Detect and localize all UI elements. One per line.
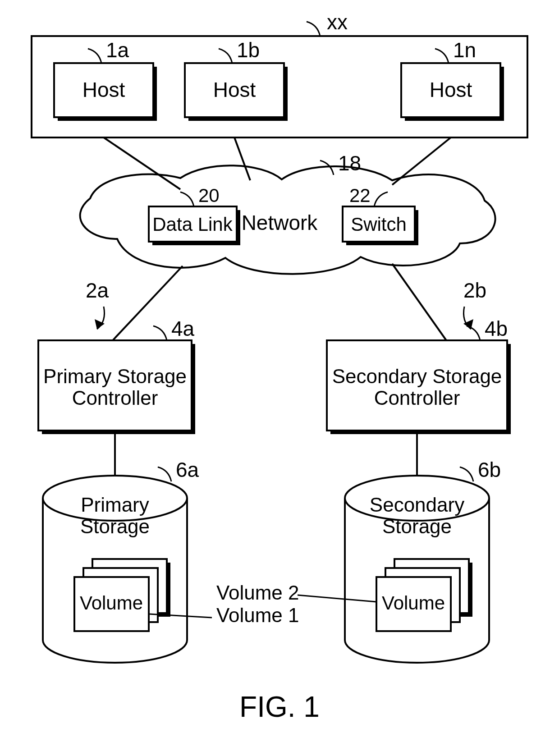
- datalink-label: Data Link: [152, 214, 233, 235]
- datalink-ref: 20: [198, 185, 220, 206]
- host-1b-to-network-line: [234, 137, 250, 180]
- volume-1-callout: Volume 1: [216, 604, 299, 626]
- host-ref: 1b: [237, 38, 260, 62]
- secondary-volume-label: Volume: [382, 592, 445, 614]
- primary-controller-box: Primary Storage Controller 4a: [38, 317, 195, 434]
- figure-label: FIG. 1: [239, 691, 320, 723]
- host-label: Host: [82, 78, 125, 101]
- primary-controller-label-1: Primary Storage: [43, 365, 187, 387]
- svg-text:2b: 2b: [463, 279, 486, 302]
- primary-controller-ref: 4a: [171, 317, 195, 340]
- primary-volume-label: Volume: [80, 592, 143, 614]
- network-cloud: 18 Network: [80, 151, 495, 274]
- secondary-storage-ref: 6b: [478, 458, 501, 481]
- network-ref: 18: [338, 151, 361, 175]
- network-to-secondary-line: [392, 264, 446, 340]
- secondary-controller-label-1: Secondary Storage: [332, 365, 502, 387]
- secondary-controller-label-2: Controller: [374, 387, 460, 409]
- host-label: Host: [213, 78, 256, 101]
- volume-2-leader: [298, 595, 376, 602]
- switch-ref: 22: [349, 185, 371, 206]
- switch-label: Switch: [351, 214, 407, 235]
- secondary-volume-stack: Volume: [376, 559, 472, 631]
- host-1a-to-network-line: [104, 137, 180, 189]
- path-2a-label: 2a: [86, 279, 109, 329]
- switch-box: Switch 22: [343, 185, 418, 245]
- host-label: Host: [430, 78, 472, 101]
- primary-storage-label-2: Storage: [80, 515, 150, 537]
- host-ref: 1n: [453, 38, 476, 62]
- hosts-container-ref: xx: [327, 10, 348, 34]
- network-label: Network: [242, 211, 318, 234]
- secondary-storage-label-2: Storage: [382, 515, 452, 537]
- primary-controller-label-2: Controller: [72, 387, 158, 409]
- primary-storage-label-1: Primary: [81, 494, 149, 516]
- host-1n-to-network-line: [392, 137, 451, 185]
- datalink-box: Data Link 20: [149, 185, 240, 245]
- svg-text:2a: 2a: [86, 279, 109, 302]
- secondary-controller-ref: 4b: [485, 317, 508, 340]
- secondary-controller-box: Secondary Storage Controller 4b: [327, 317, 511, 434]
- path-2b-label: 2b: [463, 279, 486, 329]
- primary-storage-ref: 6a: [176, 458, 199, 481]
- host-ref: 1a: [106, 38, 129, 62]
- secondary-storage-label-1: Secondary: [370, 494, 464, 516]
- primary-volume-stack: Volume: [74, 559, 170, 631]
- volume-2-callout: Volume 2: [216, 582, 299, 604]
